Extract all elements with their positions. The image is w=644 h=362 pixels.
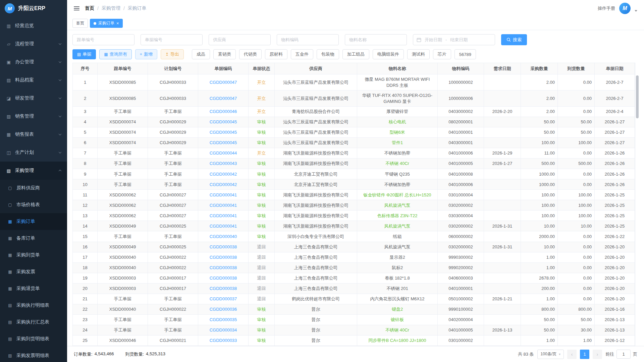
category-button[interactable]: 56789 (454, 49, 476, 59)
current-page-button[interactable]: 1 (580, 350, 589, 359)
doc-no-link[interactable]: CGDD000041 (210, 192, 237, 197)
supplier-input[interactable] (209, 34, 271, 45)
material-name-input[interactable] (345, 34, 407, 45)
scrollbar-thumb[interactable] (636, 75, 639, 118)
doc-no-link[interactable]: CGDD000034 (210, 327, 237, 333)
category-button[interactable]: 直销类 (213, 49, 236, 59)
doc-no-link[interactable]: CGDD000045 (210, 119, 237, 124)
category-button[interactable]: 包装物 (317, 49, 339, 59)
cell-material-name[interactable]: 风机旋涡气泵 (357, 200, 438, 210)
cell-material-name[interactable]: 核心电机 (357, 117, 438, 127)
doc-no-link[interactable]: CGDD000045 (210, 140, 237, 145)
export-button[interactable]: ↥导出 (161, 49, 184, 59)
doc-no-link[interactable]: CGDD000038 (210, 255, 237, 260)
avatar[interactable]: M (619, 3, 631, 14)
sidebar-subitem-raw-supplier[interactable]: ▢原料供应商 (0, 180, 67, 196)
doc-no-link[interactable]: CGDD000037 (210, 296, 237, 301)
sidebar-item-materials[interactable]: ▤料品档案 (0, 71, 67, 89)
sidebar-subitem-purchase-arrival[interactable]: ▦采购到货单 (0, 247, 67, 263)
add-button[interactable]: +新增 (135, 49, 157, 59)
doc-no-link[interactable]: CGDD000043 (210, 161, 237, 166)
sidebar-item-process[interactable]: ▱流程管理 (0, 35, 67, 53)
search-button[interactable]: 搜索 (501, 34, 527, 45)
doc-no-link[interactable]: CGDD000047 (210, 96, 237, 101)
breadcrumb-item[interactable]: 采购管理 (102, 5, 120, 11)
sidebar-item-office[interactable]: ▣办公管理 (0, 53, 67, 71)
hamburger-icon[interactable] (74, 5, 79, 11)
doc-no-input[interactable] (141, 34, 203, 45)
category-button[interactable]: 代销类 (239, 49, 262, 59)
document-button[interactable]: ▤单据 (72, 49, 96, 59)
cell-material-name[interactable]: 同步带件B CA=1800 JJ=1800 (357, 335, 438, 346)
sidebar-subitem-purchase-order[interactable]: ▦采购订单 (0, 213, 67, 230)
doc-no-link[interactable]: CGDD000046 (210, 109, 237, 114)
category-button[interactable]: 五金件 (291, 49, 313, 59)
tab-home[interactable]: 首页 (72, 19, 88, 28)
doc-no-link[interactable]: CGDD000038 (210, 276, 237, 281)
next-page-button[interactable]: › (593, 350, 602, 359)
doc-no-link[interactable]: CGDD000040 (210, 234, 237, 239)
tracking-no-input[interactable] (72, 34, 135, 45)
query-all-button[interactable]: ▦查询所有 (99, 49, 131, 59)
sidebar-item-overview[interactable]: ▥经营总览 (0, 17, 67, 35)
tab-purchase-order[interactable]: 采购订单× (90, 19, 123, 28)
date-range-picker[interactable]: 开始日期 - 结束日期 (413, 34, 495, 45)
sidebar-subitem-purchase-exec-summary[interactable]: ▤采购执行汇总表 (0, 314, 67, 330)
cell-material-name[interactable]: 镀锌板 (357, 314, 438, 325)
cell-material-name[interactable]: 钣金铰链件 Φ20圆杆 总长LH=1520 (357, 190, 438, 200)
doc-no-link[interactable]: CGDD000047 (210, 80, 237, 85)
sidebar-item-purchase[interactable]: ▧采购管理 (0, 162, 67, 180)
doc-no-link[interactable]: CGDD000044 (210, 150, 237, 156)
material-code-input[interactable] (277, 34, 339, 45)
purchase-arrival-detail-icon: ▤ (7, 337, 13, 341)
goto-page-input[interactable] (616, 350, 631, 359)
category-button[interactable]: 芯片 (433, 49, 451, 59)
cell-material-code: 0401000001 (438, 127, 484, 138)
doc-no-link[interactable]: CGDD000041 (210, 224, 237, 229)
page-size-select[interactable]: 100条/页 ▾ (537, 350, 564, 359)
breadcrumb-item[interactable]: 首页 (85, 5, 94, 11)
chevron-down-icon[interactable] (635, 10, 637, 12)
doc-no-link[interactable]: CGDD000042 (210, 182, 237, 187)
breadcrumb: 首页/采购管理/采购订单 (85, 5, 147, 11)
doc-no-link[interactable]: CGDD000035 (210, 317, 237, 322)
prev-page-button[interactable]: ‹ (567, 350, 577, 359)
sidebar-item-sales-report[interactable]: ▦销售报表 (0, 125, 67, 143)
sidebar-item-production[interactable]: ◫生产计划 (0, 143, 67, 162)
sidebar-subitem-purchase-return[interactable]: ▦采购退货单 (0, 280, 67, 297)
cell-material-name[interactable]: 色标传感器 Z3N-T22 (357, 210, 438, 221)
cell-material-name[interactable]: 不锈钢 40Cr (357, 325, 438, 335)
sidebar-subitem-purchase-invoice-detail[interactable]: ▤采购发票明细表 (0, 347, 67, 362)
cell-material-name[interactable]: 风机旋涡气泵 (357, 221, 438, 231)
doc-no-link[interactable]: CGDD000033 (210, 338, 237, 343)
sidebar-item-rd[interactable]: ◪研发管理 (0, 89, 67, 107)
category-button[interactable]: 成品 (192, 49, 210, 59)
cell-material-name[interactable]: 不锈钢 40Cr (357, 159, 438, 169)
doc-no-link[interactable]: CGDD000038 (210, 244, 237, 249)
doc-no-link[interactable]: CGDD000042 (210, 172, 237, 177)
sidebar-subitem-purchase-invoice[interactable]: ▦采购发票 (0, 263, 67, 280)
doc-no-link[interactable]: CGDD000045 (210, 130, 237, 135)
category-button[interactable]: 加工组品 (342, 49, 369, 59)
cell-doc-no: CGDD000047 (198, 90, 249, 107)
sidebar-subitem-market-price[interactable]: ▢市场价格表 (0, 196, 67, 213)
table-scrollbar[interactable] (635, 63, 639, 346)
sidebar-item-sales[interactable]: ▨销售管理 (0, 107, 67, 125)
cell-material-name[interactable]: 管件1 (357, 138, 438, 148)
cell-material-name[interactable]: 型钢6米 (357, 127, 438, 138)
category-button[interactable]: 测试料 (407, 49, 430, 59)
doc-no-link[interactable]: CGDD000036 (210, 307, 237, 312)
doc-no-link[interactable]: CGDD000041 (210, 203, 237, 208)
sidebar-subitem-purchase-arrival-detail[interactable]: ▤采购到货明细表 (0, 330, 67, 347)
sidebar-subitem-purchase-exec-detail[interactable]: ▤采购执行明细表 (0, 297, 67, 314)
category-button[interactable]: 电脑组装件 (373, 49, 404, 59)
manual-link[interactable]: 操作手册 (598, 5, 615, 11)
cell-material-name[interactable]: 键盘2 (357, 304, 438, 314)
doc-no-link[interactable]: CGDD000038 (210, 265, 237, 270)
doc-no-link[interactable]: CGDD000038 (210, 286, 237, 291)
doc-no-link[interactable]: CGDD000041 (210, 213, 237, 218)
sidebar-subitem-stock-order[interactable]: ▦备库订单 (0, 230, 67, 247)
table-row: 21手工单据手工单据CGDD000037退回鹤岗比优特超市有限公司内六角花形沉头… (73, 294, 635, 304)
close-icon[interactable]: × (116, 21, 119, 25)
category-button[interactable]: 原材料 (265, 49, 287, 59)
